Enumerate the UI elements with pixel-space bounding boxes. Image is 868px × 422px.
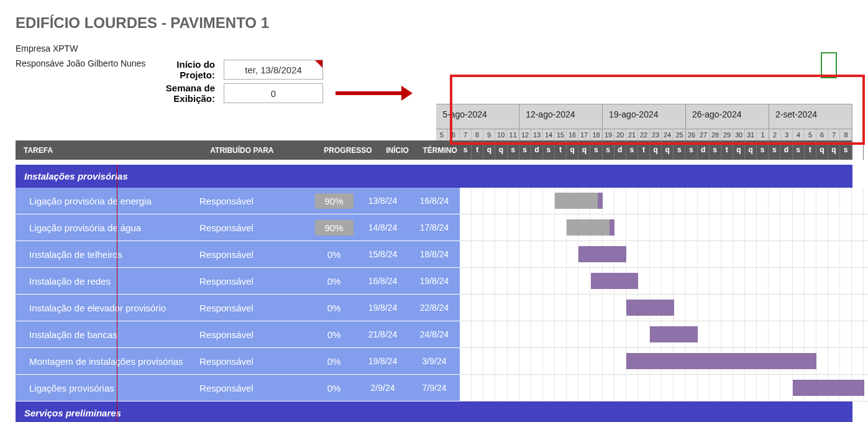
day-of-week: d [780,140,792,160]
task-progress[interactable]: 90% [315,193,354,209]
task-assigned: Responsável [199,276,311,287]
task-end: 3/9/24 [409,356,460,366]
day-number: 22 [638,129,650,140]
day-of-week: q [745,140,757,160]
task-start: 14/8/24 [357,222,409,232]
task-start: 19/8/24 [357,356,409,366]
day-number: 16 [567,129,578,140]
day-number: 7 [460,129,472,140]
day-of-week: t [638,140,650,160]
task-name: Instalação de bancas [16,329,199,340]
week-label: 5-ago-2024 [436,104,519,129]
week-label: 12-ago-2024 [519,104,602,129]
task-progress[interactable]: 0% [315,354,354,369]
task-progress[interactable]: 0% [315,380,354,396]
day-number: 4 [793,129,805,140]
task-progress[interactable]: 0% [315,247,354,262]
day-number: 28 [710,129,721,140]
day-of-week: q [733,140,745,160]
day-of-week: s [769,140,780,160]
task-start: 19/8/24 [357,303,409,313]
day-number: 20 [614,129,626,140]
task-end: 24/8/24 [409,329,460,339]
day-number: 6 [448,129,460,140]
day-number: 6 [816,129,828,140]
gantt-bar[interactable] [626,353,816,369]
day-number: 17 [578,129,590,140]
task-start: 13/8/24 [357,196,409,206]
day-of-week: d [698,140,710,160]
col-end: TÉRMINO [420,146,460,155]
day-of-week: s [543,140,555,160]
day-number: 27 [698,129,710,140]
arrow-icon [336,91,404,95]
col-assigned: ATRIBUÍDO PARA [210,146,321,155]
task-progress[interactable]: 0% [315,300,354,316]
day-of-week: s [710,140,721,160]
task-row: Instalação de bancasResponsável0%21/8/24… [16,321,852,348]
task-name: Ligações provisórias [16,383,199,393]
gantt-grid: Instalações provisóriasLigação provisóri… [16,165,852,422]
project-start-input[interactable]: ter, 13/8/2024 [224,60,323,80]
task-end: 22/8/24 [409,303,460,313]
day-of-week: s [793,140,805,160]
task-row: Instalação de elevador provisórioRespons… [16,295,852,321]
day-of-week: t [472,140,483,160]
day-number: 11 [507,129,519,140]
day-of-week: s [757,140,769,160]
gantt-bar[interactable] [591,273,639,289]
day-of-week: s [685,140,697,160]
task-row: Instalação de telheirosResponsável0%15/8… [16,241,852,268]
day-number: 12 [519,129,531,140]
day-of-week: q [816,140,828,160]
task-end: 7/9/24 [409,383,460,393]
day-number: 15 [555,129,567,140]
task-row: Montagem de instalações provisóriasRespo… [16,348,852,375]
gantt-bar[interactable] [626,300,674,316]
week-label: 26-ago-2024 [686,104,769,129]
gantt-bar[interactable] [793,380,864,396]
task-assigned: Responsável [199,222,311,233]
day-number: 25 [674,129,685,140]
day-number: 10 [495,129,507,140]
task-row: Ligação provisória de águaResponsável90%… [16,214,852,241]
day-of-week: s [852,140,864,160]
task-progress[interactable]: 0% [315,327,354,342]
task-assigned: Responsável [199,249,311,260]
task-assigned: Responsável [199,383,311,393]
task-progress[interactable]: 90% [315,220,354,236]
gantt-bar[interactable] [650,326,698,342]
task-name: Instalação de elevador provisório [16,303,199,313]
day-of-week: s [840,140,852,160]
day-of-week: q [495,140,507,160]
task-start: 15/8/24 [357,249,409,259]
day-of-week: q [662,140,674,160]
gantt-progress-bar [567,219,610,236]
day-number: 29 [721,129,733,140]
task-end: 16/8/24 [409,196,460,206]
task-assigned: Responsável [199,356,311,367]
day-of-week: t [555,140,567,160]
display-week-input[interactable]: 0 [224,83,323,103]
day-of-week: d [614,140,626,160]
task-assigned: Responsável [199,329,311,340]
calendar-header: 5-ago-202456789101112-ago-20241213141516… [436,104,852,140]
day-of-week: s [460,140,472,160]
task-assigned: Responsável [199,196,311,206]
project-start-label: Início do Projeto: [16,59,224,80]
gantt-bar[interactable] [578,246,626,262]
day-of-week: s [674,140,685,160]
task-start: 16/8/24 [357,276,409,286]
task-progress[interactable]: 0% [315,273,354,289]
page-title: EDIFÍCIO LOURDES - PAVIMENTO 1 [16,14,852,32]
company-name: Empresa XPTW [16,43,852,54]
day-number: 19 [603,129,614,140]
task-end: 19/8/24 [409,276,460,286]
day-of-week: q [567,140,578,160]
section-header: Instalações provisórias [16,165,448,188]
col-task: TAREFA [16,146,210,155]
task-name: Instalação de telheiros [16,249,199,260]
day-of-week: q [828,140,840,160]
day-of-week: s [603,140,614,160]
task-end: 17/8/24 [409,222,460,232]
